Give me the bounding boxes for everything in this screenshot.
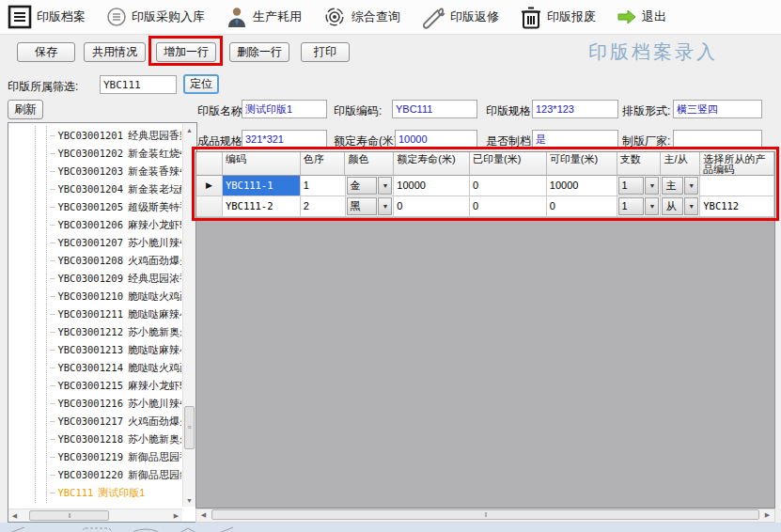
save-button[interactable]: 保存 — [17, 42, 75, 62]
dropdown-arrow-icon[interactable]: ▼ — [684, 177, 698, 195]
toolbar-item-plate-scrap[interactable]: 印版报废 — [520, 5, 596, 30]
cell-role-value: 主 — [662, 177, 683, 195]
scroll-left-icon[interactable]: ◀ — [8, 509, 21, 522]
toolbar-item-plate-purchase-in[interactable]: 印版采购入库 — [106, 7, 205, 27]
tree-horizontal-scrollbar[interactable]: ◀ ||| ▶ — [8, 509, 182, 522]
tree-item-YBC03001213[interactable]: ┄YBC03001213脆哒哒麻辣小龙虾 — [50, 341, 181, 359]
tree-item-YBC03001211[interactable]: ┄YBC03001211脆哒哒麻辣小龙虾 — [50, 305, 181, 323]
tree-item-YBC03001205[interactable]: ┄YBC03001205超级斯美特香牛 — [50, 198, 181, 216]
add-row-button[interactable]: 增加一行 — [156, 42, 216, 62]
grid-column-header[interactable]: 支数 — [617, 152, 662, 176]
row-selector[interactable] — [196, 196, 223, 217]
grid-column-header[interactable] — [196, 152, 223, 176]
toolbar-item-comprehensive-query[interactable]: 综合查询 — [322, 5, 400, 29]
dropdown-arrow-icon[interactable]: ▼ — [378, 197, 392, 215]
tree-item-YBC03001203[interactable]: ┄YBC03001203新金装香辣牛肉面 — [50, 163, 181, 180]
cell-color-dropdown[interactable]: 黑▼ — [346, 196, 395, 217]
tree-item-YBC03001220[interactable]: ┄YBC03001220新御品思园红烧牛 — [50, 466, 181, 484]
dropdown-arrow-icon[interactable]: ▼ — [645, 177, 659, 195]
rated-life-field[interactable]: 10000 — [395, 130, 477, 149]
grid-column-header[interactable]: 已印量(米) — [470, 152, 547, 176]
toolbar-item-plate-repair[interactable]: 印版返修 — [421, 5, 499, 29]
tree-item-YBC03001210[interactable]: ┄YBC03001210脆哒哒火鸡面55g — [50, 288, 181, 305]
refresh-button[interactable]: 刷新 — [8, 100, 43, 119]
grid-column-header[interactable]: 色序 — [301, 152, 346, 176]
grid-column-header[interactable]: 主/从 — [661, 152, 700, 176]
tree-item-YBC03001218[interactable]: ┄YBC03001218苏小脆新奥尔良鸡 — [50, 430, 181, 448]
toolbar-item-exit[interactable]: 退出 — [617, 8, 666, 25]
tree-item-YBC03001207[interactable]: ┄YBC03001207苏小脆川辣牛肉5 — [50, 234, 181, 252]
cell-ref-product-code[interactable]: YBC112 — [700, 196, 774, 217]
tree-item-name: 麻辣小龙虾55g15 — [128, 380, 181, 391]
cell-color-dropdown[interactable]: 金▼ — [346, 176, 395, 196]
tree-item-YBC03001214[interactable]: ┄YBC03001214脆哒哒火鸡面55g — [50, 359, 181, 377]
plate-name-field[interactable]: 测试印版1 — [242, 100, 327, 118]
is-archived-field[interactable]: 是 — [532, 130, 618, 149]
tree-item-YBC03001212[interactable]: ┄YBC03001212苏小脆新奥尔良鸡 — [50, 323, 181, 341]
print-button[interactable]: 打印 — [301, 42, 350, 62]
product-spec-field[interactable]: 321*321 — [242, 130, 327, 149]
scroll-up-icon[interactable]: ▲ — [183, 124, 195, 136]
tree-item-YBC03001217[interactable]: ┄YBC03001217火鸡面劲爆火鸡5 — [50, 413, 181, 430]
cell-printed-meters[interactable]: 0 — [470, 196, 547, 217]
tree-item-YBC03001215[interactable]: ┄YBC03001215麻辣小龙虾55g15 — [50, 377, 181, 395]
grid-column-header[interactable]: 选择所从的产品编码 — [700, 152, 774, 176]
plate-spec-field[interactable]: 123*123 — [532, 100, 618, 118]
tree-branch-icon: ┄ — [50, 453, 55, 462]
cell-count-dropdown[interactable]: 1▼ — [617, 176, 662, 196]
grid-column-header[interactable]: 额定寿命(米) — [394, 152, 470, 176]
cell-count-dropdown[interactable]: 1▼ — [617, 196, 662, 217]
grid-column-header[interactable]: 颜色 — [345, 152, 394, 176]
scroll-down-icon[interactable]: ▼ — [183, 494, 195, 507]
tree-item-code: YBC03001207 — [57, 237, 123, 248]
tree-item-YBC112[interactable]: ┄YBC112测试印版2 — [50, 502, 181, 505]
cell-code[interactable]: YBC111-2 — [223, 196, 301, 217]
delete-row-button[interactable]: 删除一行 — [229, 42, 289, 62]
cell-rated-life[interactable]: 0 — [394, 196, 470, 217]
plate-code-field[interactable]: YBC111 — [392, 100, 477, 118]
cell-color-sequence[interactable]: 2 — [301, 196, 346, 217]
cell-printable-meters[interactable]: 10000 — [547, 176, 617, 196]
tree-item-YBC03001209[interactable]: ┄YBC03001209经典思园浓香排骨 — [50, 270, 181, 288]
main-hscroll-thumb[interactable]: ||| — [211, 509, 759, 520]
layout-form-field[interactable]: 横三竖四 — [673, 100, 762, 118]
grid-column-header[interactable]: 编码 — [223, 152, 301, 176]
tree-item-YBC111[interactable]: ┄YBC111测试印版1 — [50, 484, 181, 502]
tree-item-YBC03001206[interactable]: ┄YBC03001206麻辣小龙虾55g — [50, 216, 181, 234]
cell-rated-life[interactable]: 10000 — [394, 176, 470, 196]
tree-item-YBC03001216[interactable]: ┄YBC03001216苏小脆川辣牛肉5 — [50, 395, 181, 413]
tree-vertical-scrollbar[interactable]: ▲ ≡ ▼ — [182, 124, 195, 507]
plate-filter-input[interactable] — [100, 75, 177, 94]
toolbar-item-production-usage[interactable]: 生产耗用 — [226, 6, 302, 28]
tree-item-code: YBC03001219 — [57, 451, 123, 462]
plate-maker-field[interactable] — [673, 130, 762, 149]
cell-ref-product-code[interactable] — [700, 176, 774, 196]
dropdown-arrow-icon[interactable]: ▼ — [378, 177, 392, 195]
scroll-left-icon[interactable]: ◀ — [197, 509, 210, 521]
toolbar-item-plate-archive[interactable]: 印版档案 — [8, 5, 86, 29]
tree-hscroll-thumb[interactable]: ||| — [29, 510, 109, 521]
dropdown-arrow-icon[interactable]: ▼ — [684, 197, 698, 215]
cell-color-sequence[interactable]: 1 — [301, 176, 346, 196]
main-horizontal-scrollbar[interactable]: ◀ ||| ▶ — [195, 509, 775, 523]
page-title: 印版档案录入 — [588, 39, 718, 65]
row-selector[interactable]: ▶ — [196, 176, 223, 196]
locate-button[interactable]: 定位 — [183, 74, 219, 94]
tree-vscroll-thumb[interactable]: ≡ — [184, 406, 195, 449]
tree-item-YBC03001202[interactable]: ┄YBC03001202新金装红烧牛肉面 — [50, 145, 181, 163]
cell-printable-meters[interactable]: 0 — [547, 196, 617, 217]
wrench-icon — [421, 5, 445, 29]
shared-usage-button[interactable]: 共用情况 — [84, 42, 146, 62]
tree-item-YBC03001204[interactable]: ┄YBC03001204新金装老坛酸菜面 — [50, 180, 181, 198]
cell-role-dropdown[interactable]: 从▼ — [661, 196, 700, 217]
tree-item-YBC03001219[interactable]: ┄YBC03001219新御品思园香辣牛 — [50, 448, 181, 466]
cell-printed-meters[interactable]: 0 — [470, 176, 547, 196]
scroll-right-icon[interactable]: ▶ — [761, 509, 773, 521]
grid-column-header[interactable]: 可印量(米) — [547, 152, 617, 176]
cell-role-dropdown[interactable]: 主▼ — [661, 176, 700, 196]
tree-item-YBC03001201[interactable]: ┄YBC03001201经典思园香辣牛肉 — [50, 127, 181, 145]
cell-code[interactable]: YBC111-1 — [223, 176, 301, 196]
scroll-right-icon[interactable]: ▶ — [170, 509, 182, 522]
dropdown-arrow-icon[interactable]: ▼ — [645, 197, 659, 215]
tree-item-YBC03001208[interactable]: ┄YBC03001208火鸡面劲爆火鸡5 — [50, 252, 181, 270]
